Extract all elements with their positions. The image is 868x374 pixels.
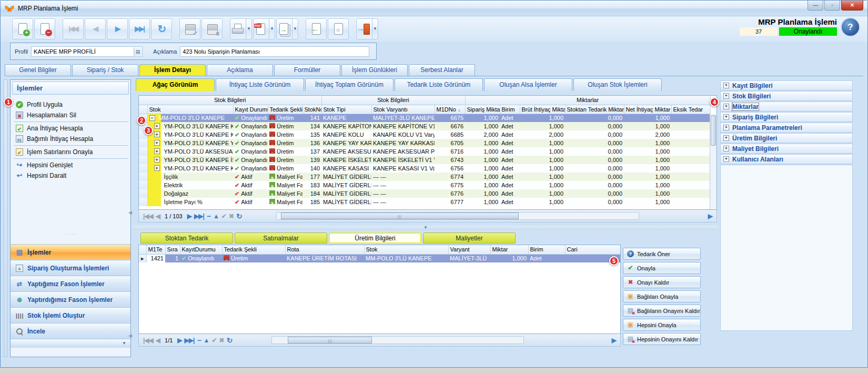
aciklama-input[interactable]: 423 Nolu Siparişin Planlaması	[180, 46, 369, 57]
view-tab[interactable]: İhtiyaç Toplam Görünüm	[305, 78, 393, 91]
col-siparis-miktar[interactable]: Sipariş Miktar	[465, 105, 500, 114]
toolbar-button[interactable]: ▼	[85, 18, 106, 39]
table-row[interactable]: İşçilik ✔Aktif Maliyet Fa 177 MALİYET Gİ…	[139, 173, 710, 181]
detail-tab[interactable]: Stoktan Tedarik	[140, 233, 233, 244]
detail-action-button[interactable]: Tedarik Öner	[623, 248, 701, 260]
main-tab[interactable]: Formüller	[274, 64, 340, 76]
field-group-item[interactable]: + Planlama Parametreleri	[720, 123, 853, 133]
toolbar-button[interactable]: ▼	[253, 18, 275, 39]
field-group-item[interactable]: + Sipariş Bilgileri	[720, 112, 853, 122]
col-cari[interactable]: Cari	[565, 245, 620, 254]
col-tedarik-sekli[interactable]: Tedarik Şekli	[268, 105, 302, 114]
toolbar-button[interactable]: ▼	[201, 18, 223, 39]
col-stok-varyanti[interactable]: Stok Varyantı	[371, 105, 435, 114]
toolbar-button[interactable]: ▼	[129, 18, 150, 39]
main-tab[interactable]: Sipariş / Stok	[72, 64, 138, 76]
pager-prev-icon[interactable]: ◀	[156, 337, 160, 344]
detail-action-button[interactable]: Bağlıları Onayla	[623, 290, 701, 302]
col-birim[interactable]: Birim	[528, 245, 565, 254]
tree-grid-vscrollbar[interactable]	[710, 114, 716, 209]
post-edit-icon[interactable]: ✔	[212, 337, 217, 344]
expand-plus-icon[interactable]: +	[723, 104, 729, 109]
col-sira[interactable]: Sıra▲	[165, 245, 180, 254]
detail-grid-hscrollbar[interactable]: |||	[271, 336, 524, 344]
tree-expander-icon[interactable]	[154, 132, 160, 137]
action-item[interactable]: İşlem Satırlarını Onayla	[14, 147, 128, 159]
toolbar-button[interactable]: ▼	[12, 18, 33, 39]
toolbar-button[interactable]: ▼	[107, 18, 128, 39]
main-tab[interactable]: Genel Bilgiler	[5, 64, 71, 76]
expand-plus-icon[interactable]: +	[723, 114, 729, 120]
expand-plus-icon[interactable]: +	[723, 156, 729, 162]
table-row[interactable]: ▸ 1421 1 ✔Onaylandı Üretim KANEPE ÜRETİM…	[139, 254, 620, 262]
detail-action-button[interactable]: Hepsini Onayla	[623, 319, 701, 331]
tree-expander-icon[interactable]	[154, 148, 160, 154]
col-net-ihtiyac[interactable]: Net İhtiyaç Miktar	[624, 105, 671, 114]
field-group-item[interactable]: + Kullanıcı Alanları	[720, 154, 853, 164]
table-row[interactable]: Elektrik ✔Aktif Maliyet Fa 183 MALİYET G…	[139, 181, 710, 189]
table-row[interactable]: YM-POLO 3'LÜ KANEPE KAP ✔Onaylandı Üreti…	[139, 122, 710, 130]
post-edit-icon[interactable]: ✔	[221, 213, 226, 220]
toolbar-button[interactable]: ▼	[328, 18, 349, 39]
accordion-overflow[interactable]: ▼	[11, 339, 130, 348]
table-row[interactable]: YM-POLO 3'LÜ KANEPE İSKİ ✔Onaylandı Üret…	[139, 156, 710, 164]
toolbar-button[interactable]: ▼	[63, 18, 84, 39]
accordion-item[interactable]: Sipariş Oluşturma İşlemleri	[11, 260, 130, 276]
view-tab[interactable]: Oluşan Alsa İşlemler	[484, 78, 572, 91]
toolbar-button[interactable]: ▼	[151, 18, 172, 39]
expand-plus-icon[interactable]: +	[723, 135, 729, 141]
edit-row-icon[interactable]: ▲	[204, 337, 209, 344]
field-group-item[interactable]: + Stok Bilgileri	[720, 91, 853, 101]
close-button[interactable]: ✕	[841, 1, 863, 11]
expand-plus-icon[interactable]: +	[723, 83, 729, 88]
table-row[interactable]: YM-POLO 3'LÜ AKSESUAR V ✔Onaylandı Üreti…	[139, 147, 710, 156]
left-collapse-strip[interactable]	[4, 79, 7, 357]
profil-lookup-icon[interactable]: ▤	[134, 47, 142, 56]
pager-first-icon[interactable]: |◀◀	[143, 337, 153, 344]
cancel-edit-icon[interactable]: ✖	[229, 213, 234, 220]
tree-expander-icon[interactable]	[154, 157, 160, 163]
minimize-button[interactable]: —	[808, 1, 823, 11]
table-row[interactable]: İşletme Payı % ✔Aktif Maliyet Fa 185 MAL…	[139, 198, 710, 206]
expand-plus-icon[interactable]: +	[723, 93, 729, 99]
detail-action-button[interactable]: Hepsinin Onayını Kaldır	[623, 333, 701, 345]
dropdown-arrow-icon[interactable]: ▼	[269, 19, 275, 39]
action-item[interactable]: Hepsini Daralt	[14, 170, 128, 181]
expand-plus-icon[interactable]: +	[723, 146, 729, 151]
hscroll-right-icon[interactable]: ▶	[612, 337, 616, 344]
toolbar-button[interactable]: ▼	[356, 18, 378, 39]
table-row[interactable]: MM-POLO 3'LÜ KANEPE ✔Onaylandı Üretim 14…	[139, 114, 710, 122]
view-tab[interactable]: Tedarik Liste Görünüm	[395, 78, 483, 91]
col-eksik-tedarik[interactable]: Eksik Tedar	[671, 105, 710, 114]
col-m1te[interactable]: M1Te	[146, 245, 165, 254]
field-group-item[interactable]: + Üretim Bilgileri	[720, 133, 853, 143]
field-group-item[interactable]: + Miktarlar	[720, 102, 853, 112]
toolbar-button[interactable]: ▼	[34, 18, 55, 39]
col-miktar[interactable]: Miktar	[490, 245, 528, 254]
toolbar-button[interactable]: ▼	[306, 18, 327, 39]
action-item[interactable]: Hepsini Genişlet	[14, 160, 128, 170]
action-item[interactable]: Profil Uygula	[14, 99, 128, 110]
col-kayitdurumu[interactable]: KayıtDurumu	[180, 245, 222, 254]
detail-tab[interactable]: Üretim Bilgileri	[329, 233, 421, 244]
accordion-item[interactable]: İşlemler	[11, 244, 130, 260]
col-tedarik-sekli[interactable]: Tedarik Şekli	[222, 245, 285, 254]
pager-prev-icon[interactable]: ◀	[156, 213, 160, 220]
action-item[interactable]: Ana İhtiyaç Hesapla	[14, 123, 128, 134]
col-kayit-durumu[interactable]: Kayıt Durumu	[233, 105, 268, 114]
panel-splitter[interactable]: ·····	[11, 232, 130, 237]
pager-last-icon[interactable]: ▶▶|	[185, 337, 195, 344]
horizontal-splitter[interactable]: ▼	[133, 226, 718, 230]
table-row[interactable]: YM-POLO 3'LÜ KANEPE KOL ✔Onaylandı Üreti…	[139, 130, 710, 139]
col-stok-tipi[interactable]: Stok Tipi	[321, 105, 371, 114]
detail-action-button[interactable]: Bağlıların Onayını Kaldır	[623, 305, 701, 317]
main-tab[interactable]: İşlem Günlükleri	[341, 64, 408, 76]
panel-collapse-icon[interactable]: ◀	[128, 333, 132, 338]
toolbar-button[interactable]: ▼	[230, 18, 252, 39]
dropdown-arrow-icon[interactable]: ▼	[292, 19, 298, 39]
toolbar-button[interactable]: ▼	[276, 18, 298, 39]
expand-plus-icon[interactable]: +	[723, 125, 729, 130]
tree-grid-hscrollbar[interactable]: |||	[276, 212, 639, 220]
detail-tab[interactable]: Maliyetler	[423, 233, 516, 244]
col-stok[interactable]: Stok	[364, 245, 448, 254]
